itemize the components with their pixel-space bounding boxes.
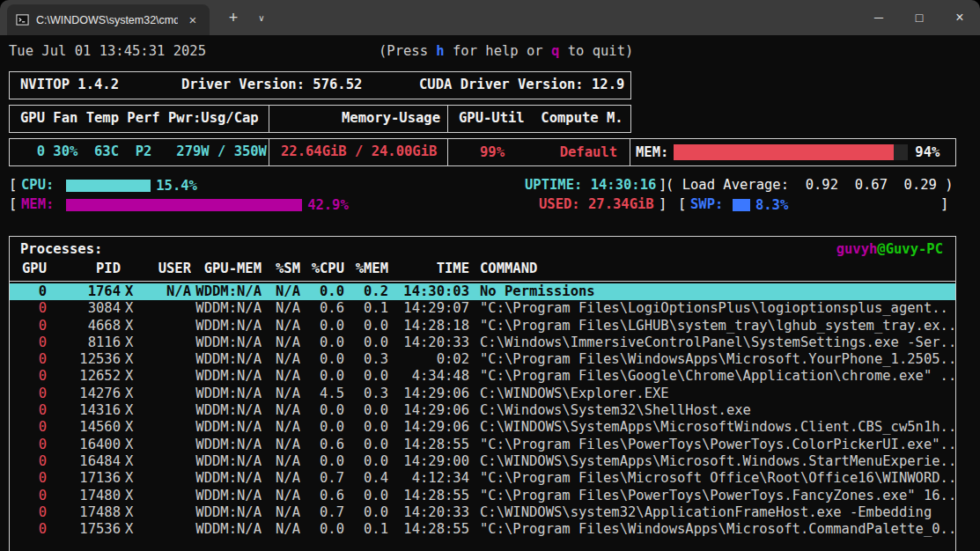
gpu-memory-usage: 22.64GiB / 24.00GiB: [269, 139, 448, 165]
gpu-header-box: GPU Fan Temp Perf Pwr:Usg/Cap Memory-Usa…: [9, 105, 631, 133]
gpu-data-box: 0 30% 63C P2 279W / 350W 22.64GiB / 24.0…: [9, 138, 956, 166]
process-gpu-mem: WDDM:N/A: [191, 453, 262, 470]
process-sm: N/A: [262, 488, 300, 504]
process-cpu: 0.7: [300, 470, 344, 487]
cmd-icon: [16, 13, 29, 26]
gpu-mem-bar-label: MEM:: [636, 140, 668, 165]
process-cpu: 0.0: [300, 334, 344, 351]
process-sm: N/A: [262, 521, 300, 538]
maximize-button[interactable]: □: [899, 0, 939, 35]
process-command: "C:\Program Files\PowerToys\PowerToys.Co…: [469, 437, 955, 453]
header-separator: [10, 281, 955, 282]
process-time: 14:29:00: [388, 453, 469, 470]
process-gpu: 0: [14, 351, 47, 368]
process-type: X: [121, 283, 142, 300]
col-sm: %SM: [262, 261, 300, 277]
processes-panel: Processes: guvyh@Guvy-PC GPU PID USER GP…: [9, 236, 956, 551]
terminal-tab[interactable]: C:\WINDOWS\system32\cmd. ×: [7, 4, 210, 35]
tab-dropdown-button[interactable]: ∨: [252, 11, 271, 26]
process-type: X: [121, 351, 142, 368]
process-sm: N/A: [262, 504, 300, 521]
process-row[interactable]: 0 14276 X WDDM:N/A N/A 4.5 0.3 14:29:06 …: [10, 386, 955, 402]
cuda-version: CUDA Driver Version: 12.9: [419, 72, 624, 98]
process-user: [142, 368, 191, 385]
process-time: 14:20:33: [388, 334, 469, 351]
tab-close-button[interactable]: ×: [185, 12, 201, 28]
process-row[interactable]: 0 17488 X WDDM:N/A N/A 0.7 0.0 14:20:33 …: [10, 504, 955, 521]
process-row[interactable]: 0 12536 X WDDM:N/A N/A 0.0 0.3 0:02 "C:\…: [10, 351, 955, 368]
process-time: 14:28:55: [388, 488, 469, 504]
process-command: "C:\Program Files\WindowsApps\Microsoft.…: [469, 351, 955, 368]
process-user: [142, 386, 191, 402]
process-cpu: 0.0: [300, 453, 344, 470]
process-cpu: 0.0: [300, 402, 344, 419]
processes-title: Processes:: [20, 241, 102, 257]
close-button[interactable]: ×: [939, 0, 980, 35]
process-row[interactable]: 0 16400 X WDDM:N/A N/A 0.6 0.0 14:28:55 …: [10, 437, 955, 453]
process-row[interactable]: 0 8116 X WDDM:N/A N/A 0.0 0.0 14:20:33 C…: [10, 334, 955, 351]
process-row[interactable]: 0 1764 X N/A WDDM:N/A N/A 0.0 0.2 14:30:…: [10, 283, 955, 300]
process-pid: 17136: [47, 470, 121, 487]
process-row[interactable]: 0 3084 X WDDM:N/A N/A 0.6 0.1 14:29:07 "…: [10, 300, 955, 317]
process-gpu-mem: WDDM:N/A: [191, 386, 262, 402]
process-type: X: [121, 521, 142, 538]
process-sm: N/A: [262, 453, 300, 470]
cpu-bracket-open: [: [9, 177, 17, 193]
gpu-mem-bar-fill: [674, 144, 894, 160]
process-gpu: 0: [14, 334, 47, 351]
process-command: C:\Windows\System32\ShellHost.exe: [469, 402, 955, 419]
process-user: [142, 521, 191, 538]
process-row[interactable]: 0 17480 X WDDM:N/A N/A 0.6 0.0 14:28:55 …: [10, 488, 955, 504]
process-sm: N/A: [262, 470, 300, 487]
process-user: [142, 419, 191, 436]
process-pid: 8116: [47, 334, 121, 351]
titlebar: C:\WINDOWS\system32\cmd. × + ∨ ─ □ ×: [0, 0, 980, 35]
process-gpu-mem: WDDM:N/A: [191, 300, 262, 317]
process-command: C:\Windows\ImmersiveControlPanel\SystemS…: [469, 334, 955, 351]
terminal-window: C:\WINDOWS\system32\cmd. × + ∨ ─ □ × Tue…: [0, 0, 980, 551]
new-tab-button[interactable]: +: [222, 7, 245, 28]
process-table-header: GPU PID USER GPU-MEM %SM %CPU %MEM TIME …: [10, 261, 955, 277]
cpu-label: CPU:: [21, 177, 54, 193]
process-row[interactable]: 0 17136 X WDDM:N/A N/A 0.7 0.4 4:12:34 "…: [10, 470, 955, 487]
process-command: "C:\Program Files\PowerToys\PowerToys.Fa…: [469, 488, 955, 504]
col-time: TIME: [388, 261, 469, 277]
process-cpu: 0.0: [300, 419, 344, 436]
swp-bar-fill: [733, 199, 750, 211]
process-mem: 0.4: [344, 470, 388, 487]
process-row[interactable]: 0 14316 X WDDM:N/A N/A 0.0 0.0 14:29:06 …: [10, 402, 955, 419]
process-pid: 17488: [47, 504, 121, 521]
process-mem: 0.0: [344, 318, 388, 334]
process-cpu: 0.0: [300, 351, 344, 368]
process-cpu: 4.5: [300, 386, 344, 402]
process-row[interactable]: 0 12652 X WDDM:N/A N/A 0.0 0.0 4:34:48 "…: [10, 368, 955, 385]
swp-bar: 8.3%: [733, 196, 944, 214]
process-row[interactable]: 0 14560 X WDDM:N/A N/A 0.0 0.0 14:29:06 …: [10, 419, 955, 436]
process-time: 14:30:03: [388, 283, 469, 300]
process-mem: 0.1: [344, 300, 388, 317]
minimize-button[interactable]: ─: [858, 0, 899, 35]
process-command: "C:\Program Files\Microsoft Office\Root\…: [469, 470, 955, 487]
col-cpu: %CPU: [300, 261, 344, 277]
swp-bracket-open: [: [678, 196, 686, 212]
col-pid: PID: [47, 261, 121, 277]
process-type: X: [121, 386, 142, 402]
process-row[interactable]: 0 17536 X WDDM:N/A N/A 0.0 0.1 14:28:55 …: [10, 521, 955, 538]
process-sm: N/A: [262, 334, 300, 351]
process-pid: 14316: [47, 402, 121, 419]
process-pid: 14276: [47, 386, 121, 402]
process-mem: 0.2: [344, 283, 388, 300]
process-gpu: 0: [14, 318, 47, 334]
process-mem: 0.0: [344, 453, 388, 470]
process-row[interactable]: 0 16484 X WDDM:N/A N/A 0.0 0.0 14:29:00 …: [10, 453, 955, 470]
process-type: X: [121, 488, 142, 504]
process-gpu: 0: [14, 300, 47, 317]
process-gpu: 0: [14, 386, 47, 402]
process-type: X: [121, 402, 142, 419]
process-type: X: [121, 437, 142, 453]
process-cpu: 0.0: [300, 318, 344, 334]
process-time: 14:28:55: [388, 521, 469, 538]
col-gpu-mem: GPU-MEM: [191, 261, 262, 277]
process-gpu-mem: WDDM:N/A: [191, 368, 262, 385]
process-row[interactable]: 0 4668 X WDDM:N/A N/A 0.0 0.0 14:28:18 "…: [10, 318, 955, 334]
